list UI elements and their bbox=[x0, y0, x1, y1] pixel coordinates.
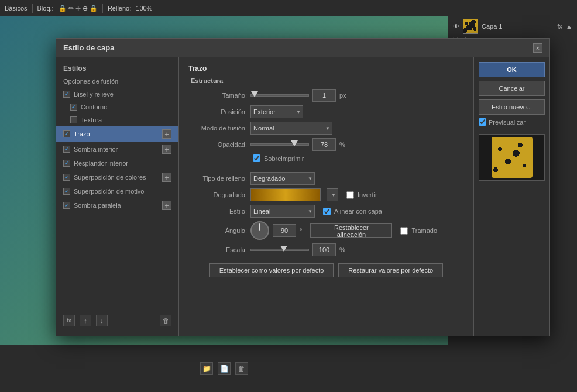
escala-slider-thumb[interactable] bbox=[280, 246, 287, 252]
tipo-relleno-select-wrapper: Degradado Color Motivo bbox=[250, 172, 315, 185]
relleno-value: 100% bbox=[136, 5, 152, 12]
trazo-add-button[interactable]: + bbox=[162, 129, 171, 139]
opacidad-input[interactable]: 78 bbox=[312, 138, 336, 151]
delete-style-button[interactable]: 🗑 bbox=[160, 315, 171, 326]
angle-dial[interactable] bbox=[250, 221, 269, 240]
sidebar-item-sombra-paralela[interactable]: Sombra paralela + bbox=[56, 198, 178, 213]
textura-checkbox[interactable] bbox=[70, 116, 77, 123]
textura-label: Textura bbox=[81, 116, 102, 123]
eye-icon[interactable]: 👁 bbox=[453, 23, 459, 30]
modo-fusion-row: Modo de fusión: Normal Disolver Oscurece… bbox=[188, 122, 464, 135]
tamano-slider-thumb[interactable] bbox=[251, 91, 258, 97]
bisel-checkbox[interactable] bbox=[63, 91, 70, 98]
opacidad-row: Opacidad: 78 % bbox=[188, 138, 464, 151]
sidebar-item-sombra-interior[interactable]: Sombra interior + bbox=[56, 142, 178, 157]
dialog-body: Estilos Opciones de fusión Bisel y relie… bbox=[56, 57, 549, 336]
tamano-input[interactable]: 1 bbox=[312, 89, 336, 102]
superposicion-colores-checkbox[interactable] bbox=[63, 174, 70, 181]
estilo-select-wrapper: Lineal Radial Ángulo bbox=[250, 205, 315, 218]
tamano-slider-container bbox=[250, 94, 309, 97]
estilo-select[interactable]: Lineal Radial Ángulo bbox=[250, 205, 315, 218]
superposicion-colores-label: Superposición de colores bbox=[74, 174, 146, 181]
posicion-row: Posición: Exterior Interior Centro bbox=[188, 105, 464, 118]
sidebar-item-opciones[interactable]: Opciones de fusión bbox=[56, 75, 178, 88]
tamano-unit: px bbox=[339, 92, 346, 99]
superposicion-motivo-checkbox[interactable] bbox=[63, 188, 70, 195]
tamano-label: Tamaño: bbox=[188, 92, 247, 99]
sombra-interior-checkbox[interactable] bbox=[63, 146, 70, 153]
layer-name: Capa 1 bbox=[482, 23, 502, 30]
escala-slider-track[interactable] bbox=[250, 249, 309, 251]
restablecer-alineacion-button[interactable]: Restablecer alineación bbox=[310, 223, 392, 238]
tamano-slider-track[interactable] bbox=[250, 94, 309, 97]
degradado-label: Degradado: bbox=[188, 191, 247, 198]
degradado-expand-select[interactable] bbox=[327, 188, 338, 201]
opacidad-slider-container bbox=[250, 143, 309, 146]
degradado-row: Degradado: Invertir bbox=[188, 188, 464, 201]
tramado-checkbox[interactable] bbox=[400, 227, 408, 235]
sobreimprimir-checkbox[interactable] bbox=[253, 154, 260, 162]
sombra-paralela-add-button[interactable]: + bbox=[162, 201, 171, 210]
sidebar-item-trazo[interactable]: Trazo + bbox=[56, 126, 178, 142]
degradado-select-wrapper bbox=[327, 188, 338, 201]
angulo-input[interactable]: 90 bbox=[273, 224, 296, 237]
new-group-icon[interactable]: 📁 bbox=[200, 362, 213, 375]
sidebar-item-bisel[interactable]: Bisel y relieve bbox=[56, 88, 178, 101]
estilo-nuevo-button[interactable]: Estilo nuevo... bbox=[479, 99, 545, 115]
previsualizar-checkbox[interactable] bbox=[479, 118, 486, 126]
opacidad-unit: % bbox=[339, 141, 345, 148]
alinear-checkbox[interactable] bbox=[323, 208, 331, 215]
invertir-checkbox[interactable] bbox=[346, 191, 354, 199]
escala-input[interactable]: 100 bbox=[312, 243, 336, 256]
new-layer-icon[interactable]: 📄 bbox=[218, 362, 231, 375]
posicion-label: Posición: bbox=[188, 108, 247, 115]
establecer-valores-button[interactable]: Establecer como valores por defecto bbox=[209, 263, 334, 277]
previsualizar-row: Previsualizar bbox=[479, 118, 545, 126]
gradient-picker[interactable] bbox=[250, 188, 321, 201]
sidebar-item-superposicion-colores[interactable]: Superposición de colores + bbox=[56, 170, 178, 185]
angulo-unit: ° bbox=[300, 227, 302, 234]
sidebar-item-resplandor-interior[interactable]: Resplandor interior bbox=[56, 157, 178, 170]
superposicion-motivo-label: Superposición de motivo bbox=[74, 188, 144, 195]
resplandor-interior-checkbox[interactable] bbox=[63, 160, 70, 167]
sidebar-item-contorno[interactable]: Contorno bbox=[56, 101, 178, 114]
superposicion-colores-add-button[interactable]: + bbox=[162, 173, 171, 182]
fx-icon-button[interactable]: fx bbox=[63, 315, 75, 326]
move-up-button[interactable]: ↑ bbox=[80, 315, 91, 326]
trazo-label: Trazo bbox=[74, 130, 90, 137]
bottom-buttons: Establecer como valores por defecto Rest… bbox=[188, 263, 464, 277]
sidebar-item-textura[interactable]: Textura bbox=[56, 114, 178, 126]
modo-fusion-select[interactable]: Normal Disolver Oscurecer bbox=[250, 122, 332, 135]
escala-unit: % bbox=[339, 246, 345, 253]
delete-layer-icon[interactable]: 🗑 bbox=[235, 362, 248, 375]
toolbar-divider bbox=[32, 4, 33, 13]
expand-icon[interactable]: ▲ bbox=[566, 23, 572, 30]
sidebar-item-superposicion-motivo[interactable]: Superposición de motivo bbox=[56, 185, 178, 198]
opacidad-slider-track[interactable] bbox=[250, 143, 309, 146]
section-title: Trazo bbox=[188, 64, 464, 73]
contorno-checkbox[interactable] bbox=[70, 104, 77, 111]
opciones-label: Opciones de fusión bbox=[63, 78, 118, 85]
sombra-interior-label: Sombra interior bbox=[74, 146, 118, 153]
toolbar-icons: 🔒 ✏ ✛ ⊕ 🔒 bbox=[59, 5, 98, 12]
invertir-label: Invertir bbox=[358, 191, 377, 198]
layer-style-dialog: Estilo de capa × Estilos Opciones de fus… bbox=[56, 38, 550, 336]
tipo-relleno-label: Tipo de relleno: bbox=[188, 175, 247, 182]
modo-fusion-select-wrapper: Normal Disolver Oscurecer bbox=[250, 122, 332, 135]
move-down-button[interactable]: ↓ bbox=[96, 315, 108, 326]
right-panel: OK Cancelar Estilo nuevo... Previsualiza… bbox=[473, 57, 549, 336]
close-button[interactable]: × bbox=[533, 43, 542, 53]
restaurar-valores-button[interactable]: Restaurar valores por defecto bbox=[338, 263, 443, 277]
cancelar-button[interactable]: Cancelar bbox=[479, 81, 545, 96]
tipo-relleno-select[interactable]: Degradado Color Motivo bbox=[250, 172, 315, 185]
opacidad-slider-thumb[interactable] bbox=[291, 140, 298, 146]
sombra-paralela-checkbox[interactable] bbox=[63, 202, 70, 209]
ok-button[interactable]: OK bbox=[479, 62, 545, 77]
posicion-select[interactable]: Exterior Interior Centro bbox=[250, 105, 303, 118]
top-toolbar: Básicos Bloq.: 🔒 ✏ ✛ ⊕ 🔒 Relleno: 100% bbox=[0, 0, 577, 16]
bloq-label: Bloq.: bbox=[37, 5, 54, 12]
sombra-interior-add-button[interactable]: + bbox=[162, 145, 171, 154]
relleno-label: Relleno: bbox=[108, 5, 131, 12]
modo-fusion-label: Modo de fusión: bbox=[188, 125, 247, 132]
trazo-checkbox[interactable] bbox=[63, 130, 70, 137]
